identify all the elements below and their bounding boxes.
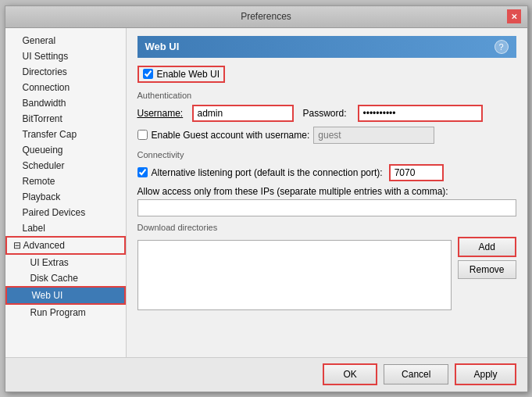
close-button[interactable]: ✕ [507, 9, 521, 23]
download-row: Add Remove [137, 237, 516, 310]
download-buttons: Add Remove [458, 237, 516, 279]
download-list-wrap [137, 237, 452, 310]
download-section: Download directories Add Remove [137, 223, 516, 310]
advanced-collapse-icon: ⊟ [13, 240, 21, 251]
auth-section-label: Authentication [137, 91, 516, 100]
title-bar: Preferences ✕ [5, 6, 527, 28]
guest-label: Enable Guest account with username: [152, 130, 310, 141]
remove-button[interactable]: Remove [458, 260, 516, 279]
sidebar-item-ui-settings[interactable]: UI Settings [5, 48, 126, 64]
sidebar-item-paired-devices[interactable]: Paired Devices [5, 205, 126, 220]
enable-webui-row: Enable Web UI [137, 66, 516, 83]
sidebar-item-remote[interactable]: Remote [5, 173, 126, 189]
download-section-label: Download directories [137, 223, 516, 232]
guest-row: Enable Guest account with username: [137, 127, 516, 144]
sidebar-item-playback[interactable]: Playback [5, 189, 126, 205]
connectivity-section-label: Connectivity [137, 150, 516, 159]
download-list [137, 240, 452, 310]
password-input[interactable] [358, 105, 483, 122]
alt-port-row: Alternative listening port (default is t… [137, 164, 516, 181]
sidebar-item-general[interactable]: General [5, 33, 126, 48]
sidebar-item-bittorrent[interactable]: BitTorrent [5, 111, 126, 127]
sidebar-item-label[interactable]: Label [5, 220, 126, 236]
sidebar-item-bandwidth[interactable]: Bandwidth [5, 95, 126, 111]
dialog-footer: OK Cancel Apply [5, 357, 527, 392]
sidebar-item-advanced-label: Advanced [23, 240, 65, 251]
section-title: Web UI [145, 41, 180, 52]
password-label: Password: [303, 108, 354, 119]
section-header: Web UI ? [137, 36, 516, 58]
sidebar-item-scheduler[interactable]: Scheduler [5, 158, 126, 173]
username-label: Username: [137, 108, 188, 119]
sidebar-item-advanced[interactable]: ⊟ Advanced [5, 236, 126, 255]
enable-webui-checkbox[interactable] [143, 69, 153, 79]
sidebar-item-web-ui[interactable]: Web UI [5, 286, 126, 305]
sidebar-item-transfer-cap[interactable]: Transfer Cap [5, 127, 126, 142]
sidebar-item-ui-extras[interactable]: UI Extras [5, 255, 126, 270]
sidebar-item-queueing[interactable]: Queueing [5, 142, 126, 158]
help-button[interactable]: ? [495, 40, 509, 54]
ok-button[interactable]: OK [323, 363, 377, 385]
connectivity-section: Connectivity Alternative listening port … [137, 150, 516, 216]
port-input[interactable] [389, 164, 444, 181]
add-button[interactable]: Add [458, 237, 516, 257]
preferences-dialog: Preferences ✕ General UI Settings Direct… [5, 5, 528, 392]
ips-row: Allow access only from these IPs (separa… [137, 186, 516, 216]
cancel-button[interactable]: Cancel [384, 364, 448, 384]
main-content: Web UI ? Enable Web UI Authentication Us… [127, 28, 527, 357]
dialog-body: General UI Settings Directories Connecti… [5, 28, 527, 357]
sidebar-item-run-program[interactable]: Run Program [5, 305, 126, 320]
guest-input[interactable] [313, 127, 434, 144]
username-row: Username: Password: [137, 105, 516, 122]
alt-port-label: Alternative listening port (default is t… [152, 167, 383, 178]
ips-input[interactable] [137, 199, 516, 216]
username-input[interactable] [192, 105, 294, 122]
alt-port-checkbox[interactable] [137, 167, 148, 177]
sidebar-item-connection[interactable]: Connection [5, 80, 126, 95]
sidebar: General UI Settings Directories Connecti… [5, 28, 127, 357]
enable-webui-text: Enable Web UI [157, 69, 220, 80]
sidebar-item-disk-cache[interactable]: Disk Cache [5, 270, 126, 286]
advanced-children: UI Extras Disk Cache Web UI Run Program [5, 255, 126, 320]
apply-button[interactable]: Apply [455, 363, 516, 385]
authentication-section: Authentication Username: Password: Enabl… [137, 91, 516, 144]
sidebar-item-directories[interactable]: Directories [5, 64, 126, 80]
guest-checkbox[interactable] [137, 130, 148, 140]
dialog-title: Preferences [26, 11, 507, 22]
enable-webui-label[interactable]: Enable Web UI [137, 66, 226, 83]
ips-label: Allow access only from these IPs (separa… [137, 186, 516, 197]
